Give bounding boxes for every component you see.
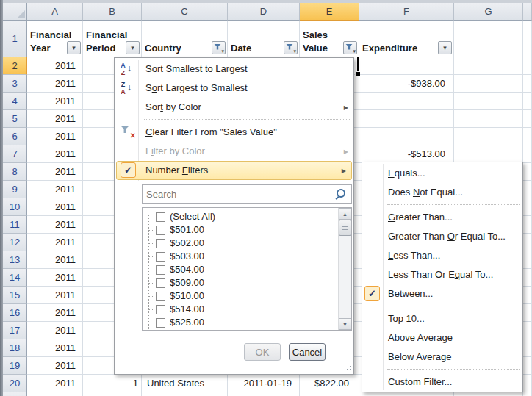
row-number[interactable]: 6 — [3, 128, 27, 145]
filter-button-sales-value-active[interactable]: ▾ — [343, 41, 357, 54]
cell-a[interactable]: 2011 — [27, 357, 83, 375]
submenu-item-greater-than-or-equal[interactable]: Greater Than Or Equal To... — [362, 227, 522, 246]
row-number[interactable]: 9 — [3, 181, 27, 198]
menu-item-sort-smallest-to-largest[interactable]: AZ↓ Sort Smallest to Largest — [115, 60, 353, 79]
filter-value-item[interactable]: $502.00 — [143, 237, 339, 250]
checkbox-unchecked[interactable] — [156, 226, 165, 235]
row-number[interactable]: 5 — [3, 110, 27, 128]
submenu-item-custom-filter[interactable]: Custom Filter... — [362, 372, 522, 392]
ok-button[interactable]: OK — [244, 343, 281, 361]
filter-value-item[interactable]: $514.00 — [143, 303, 339, 316]
cell-f[interactable] — [359, 110, 454, 128]
search-icon[interactable] — [337, 189, 345, 198]
filter-value-item[interactable]: $504.00 — [143, 263, 339, 276]
menu-item-clear-filter[interactable]: ✕ Clear Filter From "Sales Value" — [115, 123, 353, 142]
cell-g[interactable] — [454, 93, 523, 110]
filter-button-date-active[interactable]: ▾ — [284, 41, 298, 54]
filter-button-financial-year[interactable]: ▾ — [67, 41, 81, 54]
cell-a[interactable]: 2011 — [27, 234, 83, 251]
row-number[interactable]: 1 — [3, 21, 27, 57]
search-input[interactable] — [143, 189, 334, 200]
cell-a[interactable]: 2011 — [27, 251, 83, 269]
row-number[interactable]: 7 — [3, 145, 27, 163]
filter-button-expenditure[interactable]: ▾ — [438, 41, 452, 54]
checkbox-unchecked[interactable] — [156, 239, 165, 248]
filter-value-item[interactable]: $509.00 — [143, 276, 339, 289]
filter-value-item[interactable]: $510.00 — [143, 289, 339, 303]
submenu-item-above-average[interactable]: Above Average — [362, 328, 522, 348]
row-number[interactable]: 18 — [3, 339, 27, 357]
checkbox-unchecked[interactable] — [156, 265, 165, 275]
cell-a[interactable]: 2011 — [27, 269, 83, 287]
cell-a[interactable]: 2011 — [27, 93, 83, 110]
header-cell-sales-value[interactable]: Sales Value ▾ — [300, 21, 359, 57]
filter-value-item[interactable]: $503.00 — [143, 250, 339, 263]
menu-item-sort-largest-to-smallest[interactable]: ZA↓ Sort Largest to Smallest — [115, 79, 353, 98]
scroll-down-button[interactable]: ▼ — [339, 318, 351, 330]
checkbox-unchecked[interactable] — [156, 212, 165, 222]
row-number[interactable]: 16 — [3, 304, 27, 322]
row-number[interactable]: 12 — [3, 234, 27, 251]
row-number[interactable]: 20 — [3, 375, 27, 392]
row-number[interactable]: 15 — [3, 287, 27, 304]
cell-c[interactable]: United States — [142, 375, 228, 392]
cell-a[interactable]: 2011 — [27, 145, 83, 163]
col-header-a[interactable]: A — [27, 3, 83, 21]
cell-g[interactable] — [454, 110, 523, 128]
cell-f[interactable] — [359, 93, 454, 110]
cell-f[interactable] — [359, 57, 454, 75]
cell-a[interactable]: 2011 — [27, 375, 83, 392]
header-cell-financial-period[interactable]: Financial Period ▾ — [83, 21, 142, 57]
cell-a[interactable]: 2011 — [27, 110, 83, 128]
checkbox-unchecked[interactable] — [156, 278, 165, 288]
cell-a[interactable]: 2011 — [27, 287, 83, 304]
header-cell-country[interactable]: Country ▾ — [142, 21, 228, 57]
cell-f[interactable]: -$938.00 — [359, 75, 454, 93]
col-header-g[interactable]: G — [454, 3, 523, 21]
row-number[interactable]: 2 — [3, 57, 27, 75]
col-header-d[interactable]: D — [228, 3, 300, 21]
cell-a[interactable]: 2011 — [27, 181, 83, 198]
header-cell-financial-year[interactable]: Financial Year ▾ — [27, 21, 83, 57]
cell-e[interactable]: $822.00 — [300, 375, 359, 392]
cell-g[interactable] — [454, 75, 523, 93]
submenu-item-below-average[interactable]: Below Average — [362, 348, 522, 367]
filter-button-financial-period[interactable]: ▾ — [126, 41, 140, 54]
select-all-corner[interactable] — [3, 3, 27, 21]
menu-item-sort-by-color[interactable]: Sort by Color ▶ — [115, 98, 353, 117]
header-cell-date[interactable]: Date ▾ — [228, 21, 300, 57]
cell-a[interactable]: 2011 — [27, 75, 83, 93]
dropdown-resize-grip[interactable] — [345, 365, 352, 372]
filter-button-country-active[interactable]: ▾ — [212, 41, 226, 54]
filter-value-item[interactable]: $501.00 — [143, 223, 339, 237]
submenu-item-between-checked[interactable]: ✓ Between... — [362, 284, 522, 303]
submenu-item-less-than-or-equal[interactable]: Less Than Or Equal To... — [362, 265, 522, 284]
fill-handle[interactable] — [355, 71, 360, 76]
cell-d[interactable]: 2011-01-19 — [228, 375, 300, 392]
col-header-e-selected[interactable]: E — [300, 3, 359, 21]
row-number[interactable]: 19 — [3, 357, 27, 375]
cell-a[interactable]: 2011 — [27, 216, 83, 234]
checkbox-unchecked[interactable] — [156, 292, 165, 301]
cell-a[interactable]: 2011 — [27, 198, 83, 216]
cell-f[interactable] — [359, 128, 454, 145]
filter-value-item[interactable]: $525.00 — [143, 316, 339, 329]
submenu-item-equals[interactable]: Equals... — [362, 164, 522, 183]
row-number[interactable]: 13 — [3, 251, 27, 269]
cell-f[interactable]: -$513.00 — [359, 145, 454, 163]
cell-a[interactable]: 2011 — [27, 304, 83, 322]
menu-item-number-filters[interactable]: ✓ Number Filters ▶ — [116, 161, 352, 180]
row-number[interactable]: 8 — [3, 163, 27, 181]
row-number[interactable]: 14 — [3, 269, 27, 287]
row-number[interactable]: 3 — [3, 75, 27, 93]
cell-b[interactable]: 1 — [83, 375, 142, 392]
submenu-item-does-not-equal[interactable]: Does Not Equal... — [362, 183, 522, 202]
submenu-item-less-than[interactable]: Less Than... — [362, 246, 522, 265]
col-header-f[interactable]: F — [359, 3, 454, 21]
row-number[interactable]: 4 — [3, 93, 27, 110]
cell-g[interactable] — [454, 145, 523, 163]
filter-value-item[interactable]: (Select All) — [143, 210, 339, 223]
submenu-item-top-10[interactable]: Top 10... — [362, 309, 522, 328]
cell-a[interactable]: 2011 — [27, 339, 83, 357]
checkbox-unchecked[interactable] — [156, 318, 165, 328]
